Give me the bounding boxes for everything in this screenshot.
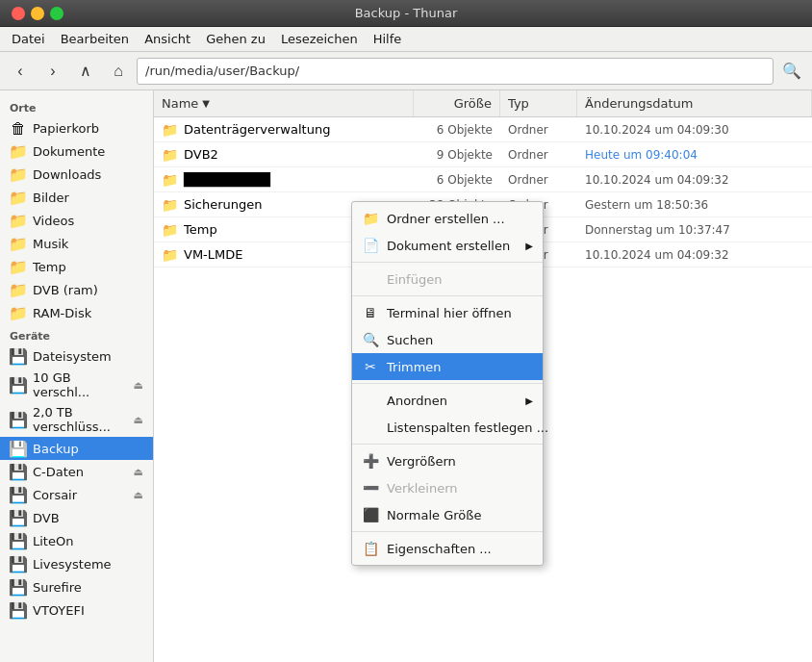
sidebar-item-dvb[interactable]: 💾 DVB <box>0 506 153 529</box>
context-menu-item-new-doc[interactable]: 📄Dokument erstellen▶ <box>352 232 543 259</box>
menu-ansicht[interactable]: Ansicht <box>137 29 198 49</box>
context-menu-item-new-folder[interactable]: 📁Ordner erstellen ... <box>352 205 543 232</box>
file-date: Heute um 09:40:04 <box>577 148 812 162</box>
sidebar-item-10gb[interactable]: 💾 10 GB verschl... ⏏ <box>0 368 153 402</box>
sidebar-item-videos[interactable]: 📁 Videos <box>0 209 153 232</box>
sidebar-label-liteon: LiteOn <box>33 534 73 548</box>
search-button[interactable]: 🔍 <box>777 57 806 86</box>
context-menu-separator <box>352 295 543 296</box>
sidebar-label-dvb-ram: DVB (ram) <box>33 283 98 297</box>
sidebar-item-temp[interactable]: 📁 Temp <box>0 255 153 278</box>
folder-icon-dokumente: 📁 <box>10 142 27 160</box>
orte-section-label: Orte <box>0 96 153 116</box>
column-header-size[interactable]: Größe <box>414 90 500 116</box>
sidebar-item-backup[interactable]: 💾 Backup <box>0 437 153 460</box>
menubar: Datei Bearbeiten Ansicht Gehen zu Leseze… <box>0 27 812 52</box>
sidebar-item-papierkorb[interactable]: 🗑 Papierkorb <box>0 116 153 140</box>
drive-icon-surefire: 💾 <box>10 578 27 596</box>
sidebar-item-dvb-ram[interactable]: 📁 DVB (ram) <box>0 278 153 301</box>
sidebar-label-papierkorb: Papierkorb <box>33 121 99 136</box>
cm-label-zoom-in: Vergrößern <box>387 454 456 469</box>
drive-icon-backup: 💾 <box>10 440 27 457</box>
cm-label-new-folder: Ordner erstellen ... <box>387 212 505 226</box>
context-menu-item-search[interactable]: 🔍Suchen <box>352 326 543 353</box>
file-date: Donnerstag um 10:37:47 <box>577 223 812 237</box>
sidebar-label-surefire: Surefire <box>33 580 82 595</box>
drive-icon-liteon: 💾 <box>10 532 27 549</box>
column-header-type[interactable]: Typ <box>500 90 577 116</box>
cm-icon-zoom-normal: ⬛ <box>362 506 379 523</box>
file-size: 6 Objekte <box>414 123 500 137</box>
context-menu-item-zoom-normal[interactable]: ⬛Normale Größe <box>352 501 543 528</box>
cm-label-new-doc: Dokument erstellen <box>387 239 510 253</box>
sidebar-item-dokumente[interactable]: 📁 Dokumente <box>0 140 153 163</box>
sidebar-item-vtoyefi[interactable]: 💾 VTOYEFI <box>0 598 153 622</box>
sidebar-item-dateisystem[interactable]: 💾 Dateisystem <box>0 344 153 368</box>
toolbar: ‹ › ∧ ⌂ /run/media/user/Backup/ 🔍 <box>0 52 812 90</box>
eject-icon-10gb: ⏏ <box>134 379 143 392</box>
home-button[interactable]: ⌂ <box>104 57 133 86</box>
sidebar-item-livesysteme[interactable]: 💾 Livesysteme <box>0 552 153 575</box>
file-list-header: Name ▼ Größe Typ Änderungsdatum <box>154 90 812 117</box>
context-menu-separator <box>352 444 543 445</box>
back-button[interactable]: ‹ <box>6 57 35 86</box>
eject-icon-corsair: ⏏ <box>134 489 143 501</box>
close-button[interactable] <box>12 7 25 20</box>
sidebar-label-corsair: Corsair <box>33 488 77 502</box>
context-menu-item-zoom-in[interactable]: ➕Vergrößern <box>352 447 543 474</box>
file-area: Name ▼ Größe Typ Änderungsdatum 📁 Datent… <box>154 90 812 662</box>
cm-icon-zoom-in: ➕ <box>362 452 379 470</box>
geraete-section-label: Geräte <box>0 324 153 344</box>
sidebar-label-c-daten: C-Daten <box>33 465 84 479</box>
menu-lesezeichen[interactable]: Lesezeichen <box>273 29 366 49</box>
folder-icon-dvb-ram: 📁 <box>10 281 27 298</box>
up-button[interactable]: ∧ <box>71 57 100 86</box>
window-controls <box>12 7 63 20</box>
file-date: Gestern um 18:50:36 <box>577 198 812 212</box>
table-row[interactable]: 📁 DVB2 9 Objekte Ordner Heute um 09:40:0… <box>154 142 812 167</box>
sidebar-label-2tb: 2,0 TB verschlüss... <box>33 405 128 434</box>
cm-icon-new-folder: 📁 <box>362 210 379 227</box>
folder-icon-downloads: 📁 <box>10 166 27 183</box>
forward-button[interactable]: › <box>38 57 67 86</box>
column-header-date[interactable]: Änderungsdatum <box>577 90 812 116</box>
context-menu-item-trim[interactable]: ✂Trimmen <box>352 353 543 380</box>
folder-icon: 📁 <box>162 197 178 213</box>
sidebar-item-ram-disk[interactable]: 📁 RAM-Disk <box>0 301 153 324</box>
address-bar[interactable]: /run/media/user/Backup/ <box>137 58 774 85</box>
eject-icon-c-daten: ⏏ <box>134 466 143 478</box>
sidebar-item-liteon[interactable]: 💾 LiteOn <box>0 529 153 552</box>
cm-icon-terminal: 🖥 <box>362 304 379 321</box>
drive-icon-10gb: 💾 <box>10 376 27 394</box>
sort-arrow: ▼ <box>202 98 210 109</box>
minimize-button[interactable] <box>31 7 44 20</box>
file-date: 10.10.2024 um 04:09:32 <box>577 248 812 262</box>
context-menu-item-terminal[interactable]: 🖥Terminal hier öffnen <box>352 299 543 326</box>
folder-icon-bilder: 📁 <box>10 189 27 206</box>
file-size: 9 Objekte <box>414 148 500 162</box>
table-row[interactable]: 📁 Datenträgerverwaltung 6 Objekte Ordner… <box>154 117 812 142</box>
cm-label-paste: Einfügen <box>387 272 442 287</box>
context-menu-item-columns[interactable]: Listenspalten festlegen ... <box>352 414 543 441</box>
sidebar-item-c-daten[interactable]: 💾 C-Daten ⏏ <box>0 460 153 483</box>
sidebar-item-bilder[interactable]: 📁 Bilder <box>0 186 153 209</box>
maximize-button[interactable] <box>50 7 63 20</box>
context-menu-item-arrange[interactable]: Anordnen▶ <box>352 387 543 414</box>
sidebar-item-musik[interactable]: 📁 Musik <box>0 232 153 255</box>
sidebar-item-surefire[interactable]: 💾 Surefire <box>0 575 153 598</box>
cm-label-search: Suchen <box>387 333 433 347</box>
sidebar-label-musik: Musik <box>33 237 68 251</box>
sidebar-label-temp: Temp <box>33 260 66 274</box>
menu-datei[interactable]: Datei <box>4 29 53 49</box>
sidebar-item-2tb[interactable]: 💾 2,0 TB verschlüss... ⏏ <box>0 402 153 437</box>
context-menu-item-properties[interactable]: 📋Eigenschaften ... <box>352 535 543 562</box>
sidebar-item-downloads[interactable]: 📁 Downloads <box>0 163 153 186</box>
sidebar-item-corsair[interactable]: 💾 Corsair ⏏ <box>0 483 153 506</box>
menu-gehen-zu[interactable]: Gehen zu <box>198 29 273 49</box>
table-row[interactable]: 📁 █████████ 6 Objekte Ordner 10.10.2024 … <box>154 167 812 192</box>
menu-hilfe[interactable]: Hilfe <box>366 29 410 49</box>
sidebar-label-livesysteme: Livesysteme <box>33 557 112 572</box>
column-header-name[interactable]: Name ▼ <box>154 90 414 116</box>
menu-bearbeiten[interactable]: Bearbeiten <box>53 29 137 49</box>
cm-label-properties: Eigenschaften ... <box>387 542 492 556</box>
